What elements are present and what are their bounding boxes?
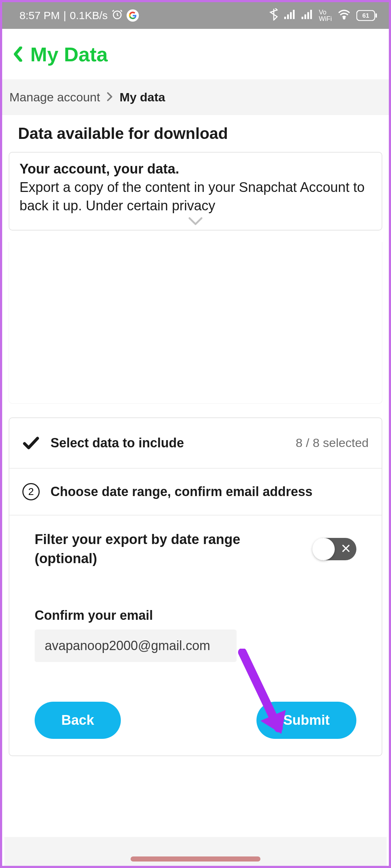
status-right: VoWiFi 61 [269, 8, 377, 23]
button-row: Back Submit [9, 684, 382, 755]
status-divider: | [63, 9, 66, 22]
bluetooth-icon [269, 8, 278, 23]
intro-card: Your account, your data. Export a copy o… [9, 152, 382, 231]
svg-rect-5 [302, 17, 303, 19]
spacer-card [9, 242, 382, 404]
page-title: My Data [30, 43, 108, 66]
step-1-meta: 8 / 8 selected [296, 436, 369, 450]
svg-rect-2 [287, 14, 289, 19]
status-bar: 8:57 PM | 0.1KB/s VoWiFi 61 [2, 2, 389, 29]
chevron-right-icon [106, 90, 113, 104]
bottom-bar [4, 837, 387, 866]
step-2-number-icon: 2 [22, 483, 40, 500]
wifi-icon [338, 9, 351, 22]
back-button[interactable]: Back [35, 702, 121, 739]
intro-body: Export a copy of the content in your Sna… [19, 178, 372, 215]
submit-button[interactable]: Submit [256, 702, 356, 739]
toggle-knob [312, 538, 335, 560]
breadcrumb-parent[interactable]: Manage account [9, 90, 100, 104]
vowifi-label: VoWiFi [319, 9, 332, 22]
svg-rect-1 [284, 17, 286, 19]
svg-rect-4 [293, 10, 295, 19]
step-2-row: 2 Choose date range, confirm email addre… [9, 469, 382, 516]
breadcrumb: Manage account My data [2, 79, 389, 115]
svg-rect-7 [307, 12, 309, 19]
signal-icon-1 [284, 9, 296, 22]
google-icon [127, 9, 139, 22]
status-time: 8:57 PM [19, 9, 60, 22]
step-1-label: Select data to include [50, 435, 285, 451]
filter-row: Filter your export by date range (option… [35, 530, 356, 568]
intro-heading: Your account, your data. [19, 161, 372, 177]
steps-card: Select data to include 8 / 8 selected 2 … [9, 417, 382, 756]
status-left: 8:57 PM | 0.1KB/s [19, 9, 139, 23]
email-label: Confirm your email [35, 608, 356, 623]
battery-icon: 61 [356, 10, 377, 21]
close-icon [342, 543, 350, 555]
home-indicator[interactable] [131, 856, 260, 862]
svg-rect-6 [304, 14, 306, 19]
svg-rect-11 [375, 13, 377, 18]
svg-rect-3 [290, 12, 292, 19]
step-1-row[interactable]: Select data to include 8 / 8 selected [9, 418, 382, 469]
nav-header: My Data [2, 29, 389, 79]
section-title: Data available for download [2, 115, 389, 152]
back-icon[interactable] [13, 46, 23, 62]
step-2-body: Filter your export by date range (option… [9, 516, 382, 684]
svg-rect-8 [310, 10, 312, 19]
filter-label: Filter your export by date range (option… [35, 530, 258, 568]
svg-point-9 [343, 17, 345, 19]
svg-text:61: 61 [363, 12, 369, 19]
signal-icon-2 [302, 9, 313, 22]
alarm-icon [111, 9, 123, 23]
breadcrumb-current: My data [119, 90, 165, 104]
date-filter-toggle[interactable] [313, 538, 356, 560]
status-net-speed: 0.1KB/s [70, 9, 108, 22]
expand-chevron-icon[interactable] [19, 217, 372, 227]
email-field[interactable]: avapanoop2000@gmail.com [35, 630, 237, 662]
checkmark-icon [22, 437, 40, 450]
step-2-label: Choose date range, confirm email address [50, 484, 369, 499]
